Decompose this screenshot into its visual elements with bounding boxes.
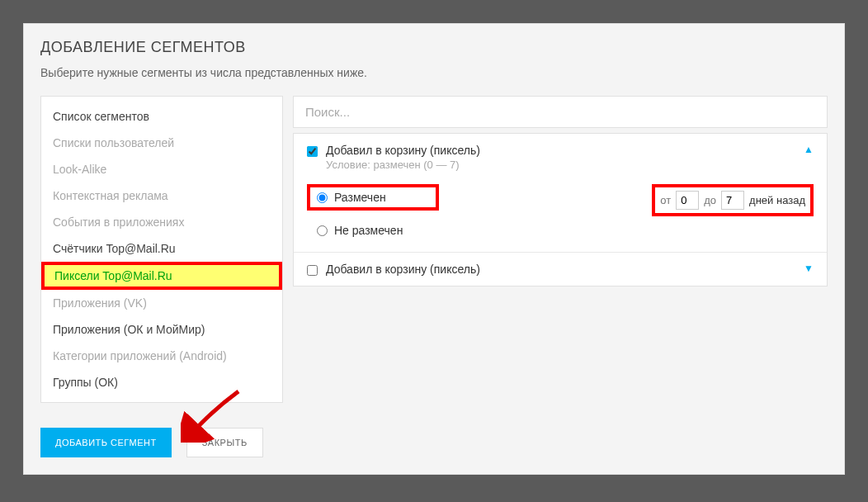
pixel-subtitle-1: Условие: размечен (0 — 7): [326, 159, 795, 171]
modal-title: ДОБАВЛЕНИЕ СЕГМЕНТОВ: [40, 39, 828, 56]
radio-unmarked-label: Не размечен: [334, 224, 403, 237]
segment-item-2[interactable]: Look-Alike: [41, 156, 282, 182]
modal-body: Список сегментовСписки пользователейLook…: [24, 86, 844, 406]
range-highlight: от до дней назад: [652, 184, 814, 216]
radio-marked-label: Размечен: [334, 191, 386, 204]
modal-footer: ДОБАВИТЬ СЕГМЕНТ ЗАКРЫТЬ: [24, 406, 844, 474]
add-segment-button[interactable]: ДОБАВИТЬ СЕГМЕНТ: [40, 428, 172, 457]
pixel-checkbox-2[interactable]: [307, 265, 318, 276]
modal-subtitle: Выберите нужные сегменты из числа предст…: [40, 66, 828, 79]
segment-item-9[interactable]: Категории приложений (Android): [41, 343, 282, 369]
segment-item-5[interactable]: Счётчики Top@Mail.Ru: [41, 235, 282, 262]
chevron-up-icon[interactable]: ▲: [804, 144, 814, 155]
range-suffix: дней назад: [749, 194, 805, 206]
range-to-label: до: [704, 194, 716, 206]
segment-item-1[interactable]: Списки пользователей: [41, 130, 282, 156]
modal-header: ДОБАВЛЕНИЕ СЕГМЕНТОВ Выберите нужные сег…: [24, 24, 844, 86]
chevron-down-icon[interactable]: ▼: [804, 263, 814, 274]
range-from-input[interactable]: [676, 191, 699, 210]
main-panel: Добавил в корзину (пиксель) Условие: раз…: [293, 96, 828, 403]
pixel-title-1: Добавил в корзину (пиксель) Условие: раз…: [326, 144, 795, 171]
pixel-checkbox-1[interactable]: [307, 146, 318, 157]
radio-unmarked[interactable]: [317, 225, 328, 236]
radio-group: Размечен Не размечен: [307, 184, 439, 237]
accordion-body-1: Размечен Не размечен от до: [294, 181, 827, 252]
accordion-item-1: Добавил в корзину (пиксель) Условие: раз…: [294, 134, 827, 252]
range-to-input[interactable]: [721, 191, 744, 210]
pixel-title-text-2: Добавил в корзину (пиксель): [326, 263, 480, 276]
radio-marked[interactable]: [317, 192, 328, 203]
accordion-header-2[interactable]: Добавил в корзину (пиксель) ▼: [294, 253, 827, 286]
segment-item-4[interactable]: События в приложениях: [41, 209, 282, 235]
close-button[interactable]: ЗАКРЫТЬ: [186, 428, 263, 457]
segment-item-6[interactable]: Пиксели Top@Mail.Ru: [41, 262, 282, 290]
search-input[interactable]: [305, 105, 815, 119]
segment-item-0[interactable]: Список сегментов: [41, 103, 282, 130]
accordion-item-2: Добавил в корзину (пиксель) ▼: [294, 253, 827, 286]
pixel-title-2: Добавил в корзину (пиксель): [326, 263, 795, 276]
add-segment-modal: ДОБАВЛЕНИЕ СЕГМЕНТОВ Выберите нужные сег…: [23, 23, 845, 475]
accordion: Добавил в корзину (пиксель) Условие: раз…: [293, 133, 828, 287]
accordion-header-1[interactable]: Добавил в корзину (пиксель) Условие: раз…: [294, 134, 827, 181]
segment-item-7[interactable]: Приложения (VK): [41, 290, 282, 316]
segments-sidebar: Список сегментовСписки пользователейLook…: [40, 96, 283, 403]
segment-item-3[interactable]: Контекстная реклама: [41, 182, 282, 209]
segment-item-8[interactable]: Приложения (ОК и МойМир): [41, 316, 282, 343]
search-box[interactable]: [293, 96, 828, 128]
pixel-title-text-1: Добавил в корзину (пиксель): [326, 144, 480, 157]
range-from-label: от: [660, 194, 671, 206]
radio-marked-highlight[interactable]: Размечен: [307, 184, 439, 211]
radio-unmarked-row[interactable]: Не размечен: [307, 224, 439, 237]
segment-item-10[interactable]: Группы (ОК): [41, 369, 282, 395]
